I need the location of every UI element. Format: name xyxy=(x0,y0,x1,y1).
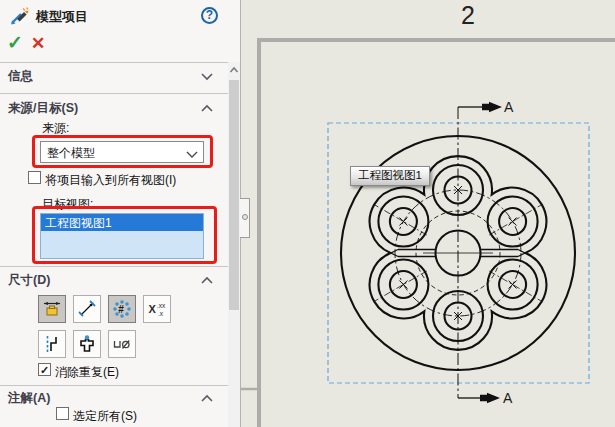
source-combobox-value: 整个模型 xyxy=(47,145,95,162)
reference-dimensions-button[interactable] xyxy=(73,295,101,323)
section-label-annotations: 注解(A) xyxy=(8,390,50,407)
divider xyxy=(0,62,228,63)
ok-button[interactable]: ✓ xyxy=(7,33,23,53)
section-label-info: 信息 xyxy=(8,68,33,85)
divider xyxy=(0,385,228,386)
drawing-graphics-area[interactable]: 2 A A xyxy=(240,0,615,427)
panel-header: 模型项目 ? xyxy=(0,0,228,32)
svg-text:.x: .x xyxy=(158,310,164,317)
scrollbar-thumb[interactable] xyxy=(229,80,239,310)
hole-wizard-profiles-button[interactable] xyxy=(73,330,101,358)
svg-text:#: # xyxy=(118,304,124,315)
svg-text:X: X xyxy=(149,303,157,315)
panel-splitter-handle[interactable] xyxy=(240,198,250,238)
eliminate-duplicates-checkbox[interactable] xyxy=(38,363,51,376)
instance-count-dimensions-button[interactable] xyxy=(38,330,66,358)
list-item-drawing-view-1[interactable]: 工程图视图1 xyxy=(41,214,203,231)
divider xyxy=(0,93,228,94)
section-label-bottom: A xyxy=(503,390,513,406)
select-all-annotations-label: 选定所有(S) xyxy=(73,408,137,425)
section-label-top: A xyxy=(504,99,514,115)
panel-scrollbar[interactable] xyxy=(228,62,240,427)
help-icon[interactable]: ? xyxy=(201,7,218,24)
target-views-listbox[interactable]: 工程图视图1 xyxy=(40,213,204,259)
cancel-button[interactable]: ✕ xyxy=(31,34,45,54)
toleranced-dimensions-button[interactable]: X .xx .x xyxy=(143,295,171,323)
import-all-views-checkbox[interactable] xyxy=(28,171,41,184)
eliminate-duplicates-label: 消除重复(E) xyxy=(55,364,119,381)
marked-for-drawing-dimensions-button[interactable] xyxy=(38,295,66,323)
select-all-annotations-checkbox[interactable] xyxy=(56,407,69,420)
svg-text:.xx: .xx xyxy=(157,302,166,309)
section-label-dimensions: 尺寸(D) xyxy=(8,272,50,289)
view-name-tooltip: 工程图视图1 xyxy=(350,166,430,186)
splitter-dot-icon xyxy=(242,214,248,220)
section-label-source-target: 来源/目标(S) xyxy=(8,100,78,117)
chevron-up-icon xyxy=(200,393,214,403)
hole-wizard-locations-button[interactable]: # xyxy=(108,295,136,323)
source-label: 来源: xyxy=(42,120,69,137)
model-items-icon xyxy=(8,6,30,28)
import-all-views-label: 将项目输入到所有视图(I) xyxy=(45,172,176,189)
chevron-down-icon xyxy=(186,148,198,162)
source-combobox[interactable]: 整个模型 xyxy=(40,141,204,163)
chevron-down-icon xyxy=(200,71,214,81)
hole-callout-button[interactable] xyxy=(108,330,136,358)
model-items-property-panel: 模型项目 ? ✓ ✕ 信息 来源/目标(S) 来源: 整个模型 将项目输入到所有… xyxy=(0,0,240,427)
drawing-sheet-svg: A A xyxy=(241,0,615,427)
target-views-label: 目标视图: xyxy=(42,196,93,213)
section-arrow-bottom xyxy=(480,393,500,403)
section-arrow-top xyxy=(482,102,502,112)
chevron-up-icon xyxy=(200,103,214,113)
scrollbar-up-arrow[interactable] xyxy=(228,62,240,79)
divider xyxy=(0,266,228,267)
panel-title: 模型项目 xyxy=(36,8,88,26)
chevron-up-icon xyxy=(200,275,214,285)
